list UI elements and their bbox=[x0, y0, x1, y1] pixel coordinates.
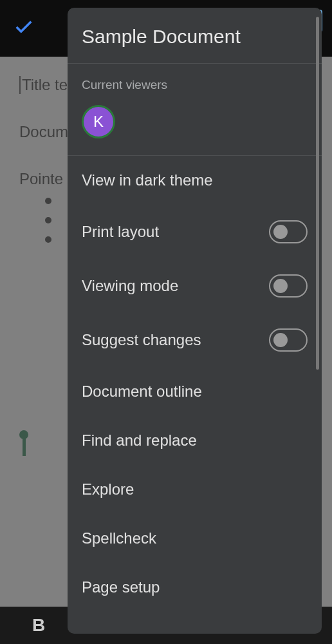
toggle-knob bbox=[273, 225, 288, 239]
viewers-section: Current viewers K bbox=[68, 64, 322, 155]
bold-icon[interactable]: B bbox=[32, 615, 45, 636]
menu-item-document-outline[interactable]: Document outline bbox=[68, 367, 322, 416]
bullet-icon bbox=[45, 217, 51, 223]
menu-item-dark-theme[interactable]: View in dark theme bbox=[68, 156, 322, 205]
menu-item-label: Find and replace bbox=[82, 431, 197, 450]
toggle-viewing-mode[interactable] bbox=[269, 274, 308, 298]
menu-item-suggest-changes[interactable]: Suggest changes bbox=[68, 313, 322, 367]
text-cursor bbox=[23, 437, 26, 456]
menu-item-label: Document outline bbox=[82, 383, 202, 401]
toggle-knob bbox=[273, 279, 288, 293]
viewers-label: Current viewers bbox=[82, 78, 308, 92]
overflow-menu: Sample Document Current viewers K View i… bbox=[68, 8, 322, 634]
menu-item-label: Print layout bbox=[82, 223, 159, 241]
bullet-icon bbox=[45, 236, 51, 243]
menu-item-label: View in dark theme bbox=[82, 171, 213, 189]
check-icon[interactable] bbox=[13, 16, 35, 41]
menu-item-spellcheck[interactable]: Spellcheck bbox=[68, 514, 322, 563]
menu-item-find-replace[interactable]: Find and replace bbox=[68, 416, 322, 465]
menu-item-page-setup[interactable]: Page setup bbox=[68, 563, 322, 612]
menu-item-label: Suggest changes bbox=[82, 331, 201, 349]
toggle-print-layout[interactable] bbox=[269, 220, 308, 243]
menu-item-explore[interactable]: Explore bbox=[68, 465, 322, 514]
menu-item-print-layout[interactable]: Print layout bbox=[68, 205, 322, 259]
menu-item-label: Page setup bbox=[82, 578, 160, 596]
menu-document-title: Sample Document bbox=[68, 8, 322, 63]
toggle-suggest-changes[interactable] bbox=[269, 328, 308, 352]
scrollbar[interactable] bbox=[316, 17, 319, 370]
toggle-knob bbox=[273, 333, 288, 347]
menu-item-label: Viewing mode bbox=[82, 277, 178, 295]
menu-item-label: Explore bbox=[82, 480, 134, 498]
bullet-icon bbox=[45, 198, 51, 204]
menu-item-label: Spellcheck bbox=[82, 529, 156, 547]
viewer-avatar[interactable]: K bbox=[82, 105, 115, 138]
menu-item-viewing-mode[interactable]: Viewing mode bbox=[68, 259, 322, 313]
